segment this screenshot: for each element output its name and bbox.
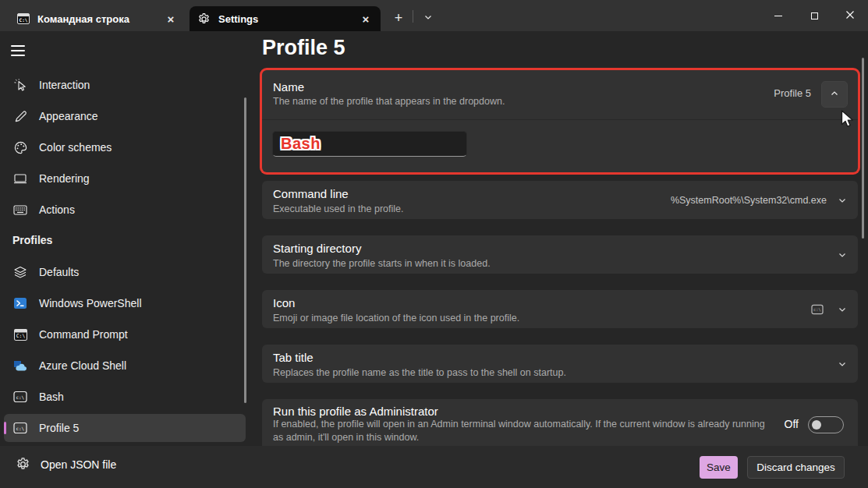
gear-icon [16,457,30,472]
close-icon [845,9,855,23]
setting-description: The directory the profile starts in when… [273,258,491,269]
pen-icon [12,108,28,124]
tab-dropdown-button[interactable] [418,9,438,27]
keyboard-icon [12,202,28,217]
profiles-section-header: Profiles [12,234,52,246]
name-setting-card[interactable]: Name The name of the profile that appear… [262,70,858,172]
setting-description: as admin, it'll open in this window. [273,432,772,443]
tab-title-setting-card[interactable]: Tab title Replaces the profile name as t… [262,345,858,383]
titlebar: C:\ Командная строка × Settings × + [0,0,868,31]
setting-value-preview: Profile 5 [774,87,811,99]
sidebar-item-label: Azure Cloud Shell [39,359,126,372]
sidebar-item-command-prompt[interactable]: C:\ Command Prompt [4,320,246,348]
maximize-icon [811,12,818,19]
toggle-knob [812,420,821,430]
sidebar-item-bash[interactable]: c:\ Bash [4,383,246,411]
sidebar-scrollbar[interactable] [244,97,246,403]
terminal-icon: c:\ [811,304,824,315]
sidebar-item-label: Actions [39,203,75,216]
sidebar-item-label: Interaction [39,79,90,91]
open-json-file-label: Open JSON file [41,458,116,471]
sidebar-item-label: Defaults [39,266,79,278]
chevron-down-icon[interactable] [838,196,847,205]
setting-description: If enabled, the profile will open in an … [273,419,772,430]
close-tab-icon[interactable]: × [162,10,179,27]
tab-label: Settings [218,13,357,25]
setting-title: Run this profile as Administrator [273,405,438,418]
sidebar-item-appearance[interactable]: Appearance [4,102,246,130]
setting-description: Emoji or image file location of the icon… [273,313,519,324]
azure-cloud-icon [12,358,28,373]
setting-value-preview: %SystemRoot%\System32\cmd.exe [671,195,827,206]
sidebar-item-windows-powershell[interactable]: Windows PowerShell [4,289,246,317]
sidebar-item-label: Profile 5 [39,422,79,434]
svg-text:C:\: C:\ [16,333,25,339]
setting-description: Replaces the profile name as the title t… [273,367,566,378]
discard-changes-button[interactable]: Discard changes [747,456,845,479]
cmd-icon: C:\ [12,327,28,342]
sidebar-item-label: Command Prompt [39,328,128,341]
chevron-up-icon [830,87,839,101]
main-scrollbar[interactable] [862,58,864,239]
layers-icon [12,264,28,280]
palette-icon [12,140,28,155]
setting-description: The name of the profile that appears in … [273,96,505,107]
minimize-button[interactable] [760,0,796,31]
svg-text:C:\: C:\ [19,17,28,23]
setting-title: Name [273,80,304,94]
open-json-file-button[interactable]: Open JSON file [16,457,116,472]
selection-accent-bar [4,422,6,434]
sidebar-item-label: Appearance [39,110,98,122]
toggle-state-label: Off [785,418,799,430]
run-as-admin-toggle[interactable] [808,416,844,433]
sidebar-item-label: Rendering [39,172,90,185]
windows-terminal-settings-window: C:\ Командная строка × Settings × + Inte… [0,0,868,488]
minimize-icon [774,16,782,16]
close-tab-icon[interactable]: × [357,10,374,27]
setting-title: Command line [273,187,349,200]
card-divider [262,119,858,120]
sidebar-item-label: Windows PowerShell [39,297,142,309]
page-title: Profile 5 [262,36,345,60]
svg-text:c:\: c:\ [813,307,820,312]
mouse-cursor-icon [12,77,28,93]
chevron-down-icon[interactable] [838,250,847,260]
tabbar-divider [413,10,413,23]
tab-command-prompt[interactable]: C:\ Командная строка × [9,6,186,31]
chevron-down-icon[interactable] [838,305,847,314]
profile-name-input-value: Bash [281,135,321,153]
svg-text:c:\: c:\ [16,426,24,431]
terminal-icon: c:\ [12,420,28,436]
setting-description: Executable used in the profile. [273,203,403,214]
starting-directory-setting-card[interactable]: Starting directory The directory the pro… [262,235,858,274]
gear-icon [197,12,211,26]
monitor-icon [12,171,28,186]
command-line-setting-card[interactable]: Command line Executable used in the prof… [262,181,858,219]
setting-title: Tab title [273,351,314,364]
sidebar-item-label: Bash [39,391,64,403]
close-window-button[interactable] [832,0,868,31]
sidebar-item-rendering[interactable]: Rendering [4,164,246,193]
sidebar-item-azure-cloud-shell[interactable]: Azure Cloud Shell [4,352,246,380]
sidebar-item-profile-5[interactable]: c:\ Profile 5 [4,414,246,442]
terminal-icon: c:\ [12,389,28,405]
chevron-down-icon[interactable] [838,359,847,369]
cmd-icon: C:\ [17,13,30,24]
setting-title: Icon [273,296,295,309]
chevron-down-icon [423,11,433,25]
icon-setting-card[interactable]: Icon Emoji or image file location of the… [262,290,858,328]
sidebar-item-actions[interactable]: Actions [4,196,246,224]
sidebar-item-color-schemes[interactable]: Color schemes [4,133,246,161]
collapse-expander-button[interactable] [821,81,848,108]
sidebar-item-interaction[interactable]: Interaction [4,71,246,99]
sidebar-item-defaults[interactable]: Defaults [4,258,246,286]
maximize-button[interactable] [796,0,832,31]
profile-name-input[interactable]: Bash [272,131,467,157]
svg-text:c:\: c:\ [16,394,24,400]
powershell-icon [12,295,28,311]
tab-settings[interactable]: Settings × [190,6,381,31]
new-tab-button[interactable]: + [387,7,410,29]
save-button[interactable]: Save [700,456,738,479]
sidebar-item-label: Color schemes [39,141,112,154]
hamburger-menu-button[interactable] [8,39,36,62]
